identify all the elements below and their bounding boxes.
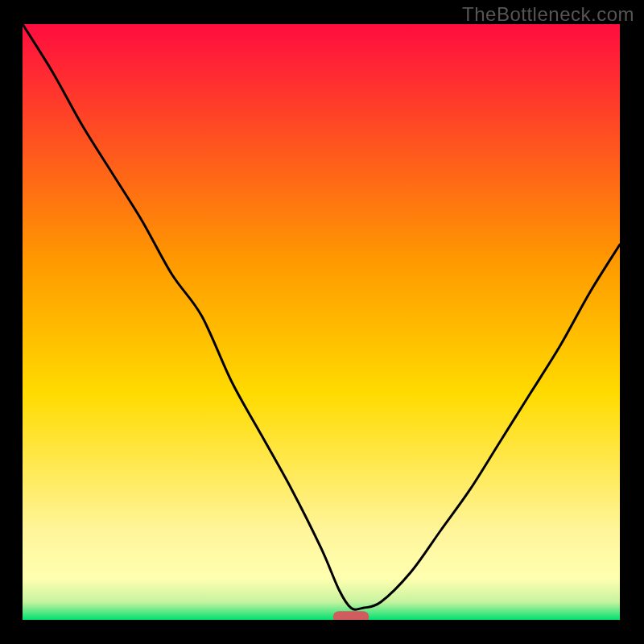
watermark-text: TheBottleneck.com	[462, 3, 634, 26]
bottleneck-plot-svg	[23, 24, 620, 620]
plot-area	[23, 24, 620, 620]
gradient-bg	[23, 24, 620, 620]
target-marker	[333, 611, 369, 620]
chart-frame: TheBottleneck.com	[0, 0, 644, 644]
